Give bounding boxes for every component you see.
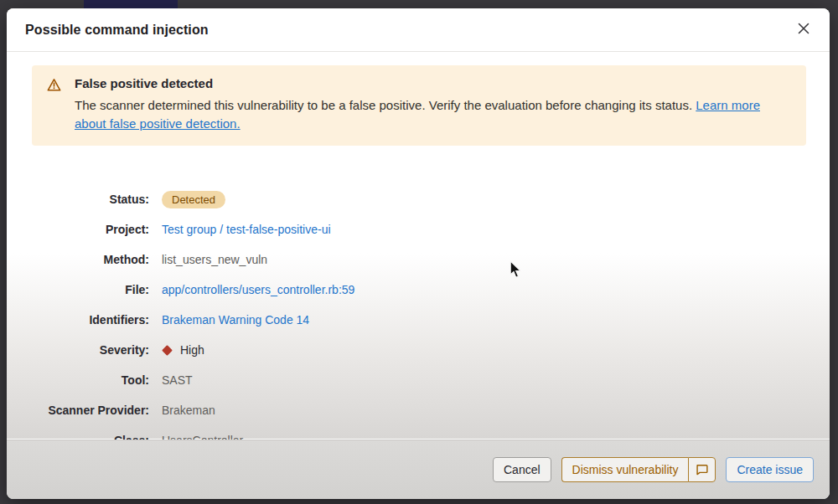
close-button[interactable] xyxy=(791,18,816,42)
detail-row: File:app/controllers/users_controller.rb… xyxy=(7,275,830,305)
detail-row: Project:Test group / test-false-positive… xyxy=(7,214,830,244)
severity-text: High xyxy=(180,343,204,357)
alert-title: False positive detected xyxy=(75,76,784,90)
detail-row: Tool:SAST xyxy=(7,365,830,395)
modal-footer: Cancel Dismiss vulnerability Create issu… xyxy=(7,440,830,499)
detail-row: Method:list_users_new_vuln xyxy=(7,244,830,275)
status-badge: Detected xyxy=(162,191,225,208)
detail-label: Tool: xyxy=(7,373,149,387)
detail-value: Test group / test-false-positive-ui xyxy=(162,223,331,236)
background-tab-accent xyxy=(84,0,178,8)
detail-label: Project: xyxy=(7,223,149,236)
details-list: Status:DetectedProject:Test group / test… xyxy=(7,184,830,455)
mouse-cursor-icon xyxy=(510,260,521,279)
detail-value: Brakeman xyxy=(162,404,215,417)
detail-value: app/controllers/users_controller.rb:59 xyxy=(162,283,354,296)
detail-value: High xyxy=(162,343,204,357)
detail-link[interactable]: Test group / test-false-positive-ui xyxy=(162,223,331,236)
detail-link[interactable]: app/controllers/users_controller.rb:59 xyxy=(162,283,354,296)
dismiss-vulnerability-button[interactable]: Dismiss vulnerability xyxy=(561,457,689,482)
modal-header: Possible command injection xyxy=(7,8,830,52)
close-icon xyxy=(798,23,810,34)
comment-icon xyxy=(696,464,708,476)
detail-row: Scanner Provider:Brakeman xyxy=(7,395,830,425)
detail-value: Brakeman Warning Code 14 xyxy=(162,313,309,327)
cancel-button[interactable]: Cancel xyxy=(493,457,551,482)
dismiss-with-comment-button[interactable] xyxy=(688,457,716,482)
detail-label: Scanner Provider: xyxy=(7,404,149,417)
detail-row: Identifiers:Brakeman Warning Code 14 xyxy=(7,305,830,335)
modal-title: Possible command injection xyxy=(25,23,209,38)
detail-row: Status:Detected xyxy=(7,184,830,214)
alert-message: The scanner determined this vulnerabilit… xyxy=(75,96,784,133)
detail-label: Severity: xyxy=(7,343,149,357)
alert-message-text: The scanner determined this vulnerabilit… xyxy=(75,98,692,112)
vulnerability-modal: Possible command injection False positiv… xyxy=(7,8,830,499)
modal-body: False positive detected The scanner dete… xyxy=(7,52,830,439)
severity-high-icon xyxy=(162,345,173,356)
detail-label: Identifiers: xyxy=(7,313,149,327)
alert-content: False positive detected The scanner dete… xyxy=(75,76,784,133)
detail-label: Status: xyxy=(7,193,149,206)
page-backdrop: { "window": { "backdrop_color": "#3a393d… xyxy=(0,0,838,504)
false-positive-alert: False positive detected The scanner dete… xyxy=(32,65,806,146)
warning-triangle-icon xyxy=(47,78,61,95)
detail-label: File: xyxy=(7,283,149,296)
dismiss-split-button: Dismiss vulnerability xyxy=(561,457,716,482)
detail-value: Detected xyxy=(162,191,225,208)
detail-label: Method: xyxy=(7,253,149,266)
detail-link[interactable]: Brakeman Warning Code 14 xyxy=(162,313,309,327)
detail-value: SAST xyxy=(162,373,193,387)
detail-row: Severity:High xyxy=(7,335,830,365)
detail-value: list_users_new_vuln xyxy=(162,253,267,266)
create-issue-button[interactable]: Create issue xyxy=(726,457,814,482)
